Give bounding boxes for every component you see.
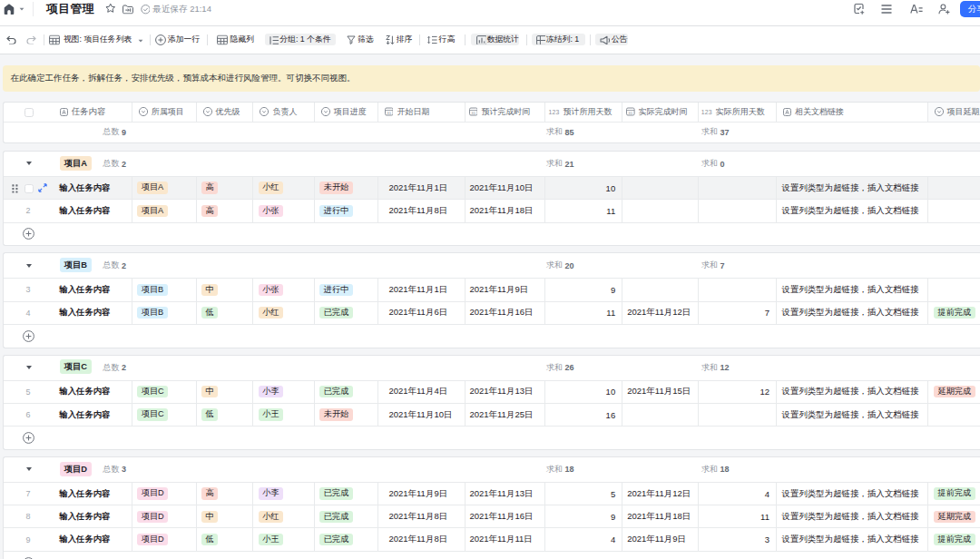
svg-text:31: 31	[629, 112, 633, 116]
svg-text:31: 31	[387, 112, 391, 116]
svg-text:31: 31	[471, 112, 475, 116]
